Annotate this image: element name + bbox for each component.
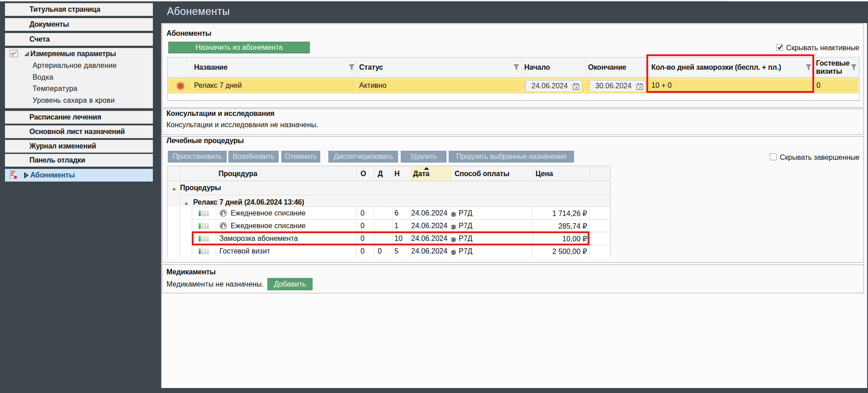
svg-text:7: 7 [639, 86, 641, 90]
svg-text:7: 7 [575, 86, 577, 90]
